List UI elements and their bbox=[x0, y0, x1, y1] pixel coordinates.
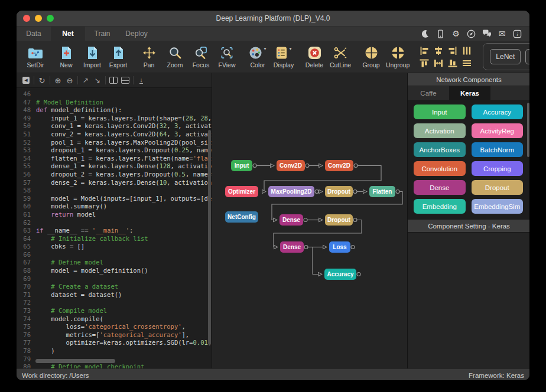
component-embedding-button[interactable]: Embedding bbox=[414, 199, 466, 214]
graph-node-dense-2[interactable]: Dense bbox=[280, 241, 304, 253]
component-batchnorm-button[interactable]: BatchNorm bbox=[472, 142, 524, 157]
setdir-label: SetDir bbox=[27, 61, 44, 68]
code-line: 67 # Define model bbox=[17, 259, 212, 267]
framework-tab-caffe[interactable]: Caffe bbox=[408, 86, 449, 100]
component-input-button[interactable]: Input bbox=[414, 104, 466, 119]
dark-mode-moon-icon[interactable] bbox=[420, 29, 430, 39]
tab-net[interactable]: Net bbox=[51, 27, 85, 41]
align-middle-icon[interactable] bbox=[461, 58, 472, 68]
graph-node-netconfig[interactable]: NetConfig bbox=[225, 211, 258, 223]
code-line: 50 conv_1 = keras.layers.Conv2D(32, 3, a… bbox=[17, 122, 212, 130]
graph-node-optimizer[interactable]: Optimizer bbox=[225, 186, 258, 197]
tab-deploy[interactable]: Deploy bbox=[119, 27, 154, 41]
mobile-device-icon[interactable] bbox=[436, 29, 446, 39]
line-number: 46 bbox=[17, 90, 31, 99]
preset-lenet-button[interactable]: LeNet bbox=[490, 49, 521, 64]
delete-label: Delete bbox=[306, 61, 323, 68]
collapse-editor-icon[interactable]: ◀ bbox=[20, 75, 32, 86]
expand-icon[interactable]: ↗ bbox=[80, 75, 92, 86]
graph-node-loss[interactable]: Loss bbox=[329, 241, 350, 253]
line-number: 79 bbox=[17, 355, 31, 364]
components-scrollbar[interactable] bbox=[527, 103, 529, 157]
chat-icon[interactable] bbox=[482, 29, 492, 39]
graph-node-conv2d-2[interactable]: Conv2D bbox=[325, 160, 353, 171]
titlebar[interactable]: Deep Learning Platform (DLP)_V4.0 bbox=[17, 11, 529, 27]
ungroup-button[interactable]: Ungroup bbox=[386, 45, 410, 68]
graph-node-flatten[interactable]: Flatten bbox=[369, 186, 395, 197]
svg-text:i: i bbox=[516, 31, 518, 37]
graph-node-dense-1[interactable]: Dense bbox=[280, 214, 303, 226]
graph-node-conv2d-1[interactable]: Conv2D bbox=[277, 160, 305, 171]
save-code-icon[interactable]: ↓ bbox=[135, 75, 147, 86]
export-button[interactable]: Export bbox=[107, 45, 129, 68]
align-top-icon[interactable] bbox=[418, 58, 430, 68]
import-label: Import bbox=[83, 61, 101, 68]
distribute-vertical-icon[interactable] bbox=[433, 58, 444, 68]
import-button[interactable]: Import bbox=[81, 45, 103, 68]
line-content: loss='categorical_crossentropy', bbox=[36, 323, 186, 331]
fview-button[interactable]: FView bbox=[216, 45, 238, 68]
code-line: 68 model = model_definition() bbox=[17, 267, 212, 275]
settings-gear-icon[interactable]: ⚙ bbox=[451, 29, 461, 39]
refresh-icon[interactable]: ↻ bbox=[36, 75, 48, 86]
network-graph-canvas[interactable]: InputConv2DConv2DOptimizerMaxPooling2DDr… bbox=[212, 73, 407, 368]
delete-button[interactable]: Delete bbox=[303, 45, 326, 68]
color-button[interactable]: ▾Color bbox=[246, 45, 269, 68]
display-button[interactable]: ▾Display bbox=[272, 45, 295, 68]
component-accuracy-button[interactable]: Accuracy bbox=[472, 104, 524, 119]
mail-icon[interactable]: ✉ bbox=[497, 29, 507, 39]
align-left-icon[interactable] bbox=[418, 45, 430, 55]
tab-train[interactable]: Train bbox=[85, 27, 119, 41]
graph-node-maxpooling2d[interactable]: MaxPooling2D bbox=[268, 186, 314, 197]
scissors-icon bbox=[333, 45, 347, 61]
pan-button[interactable]: Pan bbox=[138, 45, 160, 68]
align-center-vertical-icon[interactable] bbox=[433, 45, 444, 55]
setdir-button[interactable]: SetDir bbox=[24, 45, 47, 68]
shrink-icon[interactable]: ↘ bbox=[92, 75, 103, 86]
graph-node-accuracy[interactable]: Accuracy bbox=[324, 269, 356, 280]
editor-vertical-scrollbar[interactable] bbox=[208, 130, 211, 345]
component-anchorboxes-button[interactable]: AnchorBoxes bbox=[414, 142, 466, 157]
compass-icon[interactable] bbox=[466, 29, 476, 39]
tab-data[interactable]: Data bbox=[17, 27, 51, 41]
cutline-button[interactable]: CutLine bbox=[329, 45, 352, 68]
component-convolution-button[interactable]: Convolution bbox=[414, 161, 466, 176]
delete-icon bbox=[308, 45, 321, 61]
align-right-icon[interactable] bbox=[447, 45, 458, 55]
pan-label: Pan bbox=[144, 61, 155, 68]
code-line: 47# Model Definition bbox=[17, 99, 212, 107]
zoom-in-icon[interactable]: ⊕ bbox=[52, 75, 64, 86]
component-activation-button[interactable]: Activation bbox=[414, 123, 466, 138]
work-directory-label: Work directory: /Users bbox=[22, 372, 89, 379]
graph-node-input[interactable]: Input bbox=[231, 160, 252, 171]
zoom-button[interactable]: Zoom bbox=[164, 45, 186, 68]
component-dropout-button[interactable]: Dropout bbox=[472, 180, 524, 195]
fview-label: FView bbox=[219, 61, 236, 68]
group-button[interactable]: Group bbox=[360, 45, 382, 68]
network-components-panel: Network Components CaffeKeras InputAccur… bbox=[407, 73, 529, 368]
line-number: 64 bbox=[17, 235, 31, 243]
editor-horizontal-scrollbar[interactable] bbox=[35, 359, 115, 363]
framework-tab-keras[interactable]: Keras bbox=[449, 86, 490, 100]
graph-node-dropout-1[interactable]: Dropout bbox=[325, 186, 353, 197]
zoom-out-icon[interactable]: ⊖ bbox=[64, 75, 76, 86]
split-horizontal-icon[interactable] bbox=[119, 75, 131, 86]
component-activityreg-button[interactable]: ActivityReg bbox=[472, 123, 524, 138]
info-icon[interactable]: i bbox=[512, 29, 522, 39]
code-line: 73 # Compile model bbox=[17, 307, 212, 315]
align-bottom-icon[interactable] bbox=[447, 58, 458, 68]
new-button[interactable]: New bbox=[55, 45, 77, 68]
graph-node-dropout-2[interactable]: Dropout bbox=[325, 214, 353, 226]
code-line: 59 model = Model(inputs=[input_1], outpu… bbox=[17, 195, 212, 203]
line-content: model.summary() bbox=[36, 202, 107, 211]
distribute-horizontal-icon[interactable] bbox=[461, 45, 472, 55]
component-embeddingsim-button[interactable]: EmbeddingSim bbox=[472, 199, 524, 214]
editor-toolbar-separator bbox=[34, 76, 34, 84]
component-dense-button[interactable]: Dense bbox=[414, 180, 466, 195]
preset-alexnet-button[interactable]: AlexNet bbox=[525, 49, 529, 64]
code-area[interactable]: 4647# Model Definition48def model_defini… bbox=[17, 87, 212, 368]
split-vertical-icon[interactable] bbox=[108, 75, 119, 86]
focus-button[interactable]: Focus bbox=[190, 45, 212, 68]
component-cropping-button[interactable]: Cropping bbox=[472, 161, 524, 176]
line-number: 72 bbox=[17, 299, 31, 307]
